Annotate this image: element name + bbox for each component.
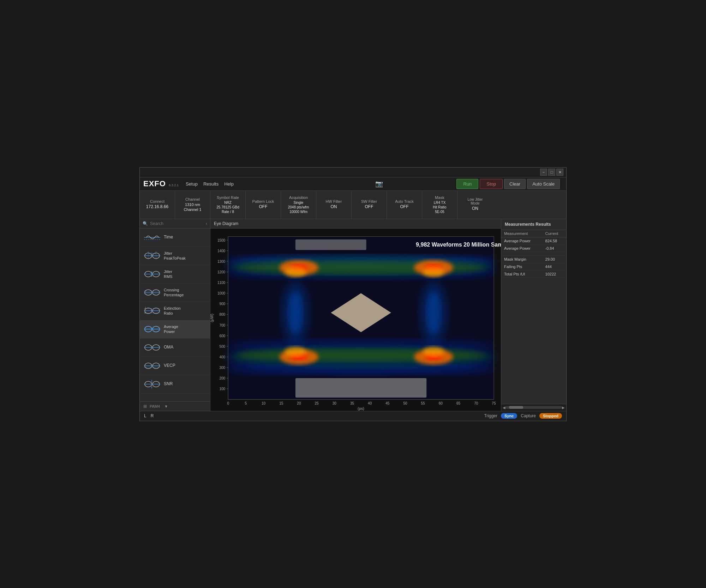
toolbar-main-buttons: Run Stop Clear Auto Scale xyxy=(454,179,563,189)
table-row: Mask Margin 29.00 xyxy=(501,255,566,263)
col-measurement: Measurement xyxy=(501,230,543,237)
svg-text:1500: 1500 xyxy=(217,238,226,242)
sidebar-item-label-average-power: AveragePower xyxy=(164,324,178,334)
scroll-thumb[interactable] xyxy=(509,406,523,409)
crossing-pct-icon xyxy=(143,286,161,299)
time-icon xyxy=(143,231,161,244)
scrollbar[interactable]: ◀ ▶ xyxy=(501,404,566,411)
diagram-container: 100 200 300 400 500 600 700 xyxy=(210,229,501,411)
auto-scale-button[interactable]: Auto Scale xyxy=(527,179,560,189)
toolbar-symbol-rate: Symbol Rate NRZ 25.78125 GBd Rate / 8 xyxy=(210,191,246,219)
stopped-badge: Stopped xyxy=(539,413,562,419)
sidebar-item-label-jitter-ptp: JitterPeakToPeak xyxy=(164,251,186,261)
menu-bar: Setup Results Help xyxy=(186,181,234,187)
snr-icon xyxy=(143,378,161,390)
toolbar-channel: Channel 1310 nm Channel 1 xyxy=(175,191,210,219)
svg-text:1300: 1300 xyxy=(217,259,226,263)
vecp-icon xyxy=(143,360,161,372)
scroll-left-icon[interactable]: ◀ xyxy=(503,406,505,410)
extinction-ratio-icon: 1 0 xyxy=(143,305,161,317)
center-panel: Eye Diagram 100 200 xyxy=(210,219,501,411)
minimize-button[interactable]: − xyxy=(540,169,547,176)
main-content: 🔍 ‹ Time xyxy=(140,219,566,411)
svg-text:700: 700 xyxy=(219,323,225,327)
title-bar: − □ ✕ xyxy=(140,168,566,177)
sidebar-item-jitter-rms[interactable]: · JitterRMS xyxy=(140,265,210,284)
measurement-value: 10222 xyxy=(543,270,566,278)
jitter-ptp-icon: ↔ xyxy=(143,250,161,262)
status-right: Trigger Sync Capture Stopped xyxy=(484,413,562,419)
camera-icon[interactable]: 📷 xyxy=(375,180,383,188)
svg-text:1100: 1100 xyxy=(217,281,226,285)
stop-button[interactable]: Stop xyxy=(480,179,503,189)
sidebar-item-oma[interactable]: OMA xyxy=(140,339,210,357)
sidebar-item-jitter-ptp[interactable]: ↔ JitterPeakToPeak xyxy=(140,247,210,265)
svg-text:9,982 Waveforms 20 Million Sam: 9,982 Waveforms 20 Million Samples xyxy=(416,241,501,247)
logo: EXFO 6.3.2.1 xyxy=(143,179,179,188)
sidebar-item-time[interactable]: Time xyxy=(140,229,210,247)
svg-text:1: 1 xyxy=(145,307,146,309)
svg-text:65: 65 xyxy=(456,401,461,405)
measurement-name: Mask Margin xyxy=(501,255,543,263)
measurement-value: 29.00 xyxy=(543,255,566,263)
sidebar: 🔍 ‹ Time xyxy=(140,219,210,411)
svg-text:1400: 1400 xyxy=(217,249,226,253)
measurements-title: Measurements Results xyxy=(501,219,566,230)
sidebar-item-vecp[interactable]: VECP xyxy=(140,357,210,375)
sidebar-item-label-oma: OMA xyxy=(164,345,173,350)
col-current: Current xyxy=(543,230,566,237)
measurement-value: 824.58 xyxy=(543,237,566,244)
svg-point-119 xyxy=(423,266,444,277)
sidebar-item-snr[interactable]: SNR xyxy=(140,375,210,394)
close-button[interactable]: ✕ xyxy=(556,169,563,176)
oma-icon xyxy=(143,341,161,354)
sidebar-collapse-icon[interactable]: ‹ xyxy=(206,221,207,226)
status-l: L xyxy=(144,413,146,418)
scroll-right-icon[interactable]: ▶ xyxy=(562,406,565,410)
sidebar-footer: ⊞ PAM4 ▼ xyxy=(140,401,210,411)
table-row: Average Power 824.58 xyxy=(501,237,566,244)
svg-text:400: 400 xyxy=(219,355,225,359)
scroll-track[interactable] xyxy=(505,406,562,409)
run-button[interactable]: Run xyxy=(456,179,478,189)
jitter-rms-icon: · xyxy=(143,268,161,280)
svg-text:35: 35 xyxy=(350,401,354,405)
svg-text:45: 45 xyxy=(385,401,390,405)
sidebar-item-crossing-pct[interactable]: CrossingPercentage xyxy=(140,284,210,302)
svg-text:600: 600 xyxy=(219,334,225,338)
svg-text:0: 0 xyxy=(227,401,229,405)
svg-text:↔: ↔ xyxy=(150,251,153,254)
svg-rect-117 xyxy=(295,239,366,250)
trigger-label: Trigger xyxy=(484,413,497,418)
restore-button[interactable]: □ xyxy=(548,169,555,176)
sidebar-item-label-jitter-rms: JitterRMS xyxy=(164,269,172,279)
status-bar: L R Trigger Sync Capture Stopped xyxy=(140,411,566,421)
measurement-value: 444 xyxy=(543,263,566,270)
svg-text:1200: 1200 xyxy=(217,270,226,274)
clear-button[interactable]: Clear xyxy=(504,179,526,189)
sidebar-item-average-power[interactable]: AveragePower xyxy=(140,320,210,339)
menu-results[interactable]: Results xyxy=(203,181,219,187)
table-row: Failing Pts 444 xyxy=(501,263,566,270)
svg-text:75: 75 xyxy=(492,401,496,405)
measurement-name: Total Pts /UI xyxy=(501,270,543,278)
menu-setup[interactable]: Setup xyxy=(186,181,198,187)
svg-text:0: 0 xyxy=(145,311,146,314)
svg-text:55: 55 xyxy=(421,401,425,405)
sidebar-item-label-vecp: VECP xyxy=(164,363,175,369)
table-row: Average Power -0.84 xyxy=(501,244,566,252)
table-row: Total Pts /UI 10222 xyxy=(501,270,566,278)
search-input[interactable] xyxy=(150,221,204,226)
svg-point-120 xyxy=(285,346,306,357)
menu-help[interactable]: Help xyxy=(224,181,234,187)
svg-text:200: 200 xyxy=(219,376,225,380)
search-icon: 🔍 xyxy=(143,221,148,226)
svg-point-112 xyxy=(288,291,303,334)
sidebar-item-extinction-ratio[interactable]: 1 0 ExtinctionRatio xyxy=(140,302,210,320)
svg-text:·: · xyxy=(150,271,151,274)
toolbar-mask: Mask LR4 TX Hit Ratio 5E-05 xyxy=(422,191,457,219)
measurement-value: -0.84 xyxy=(543,244,566,252)
sidebar-search-bar: 🔍 ‹ xyxy=(140,219,210,229)
svg-text:800: 800 xyxy=(219,313,225,316)
svg-text:10: 10 xyxy=(262,401,266,405)
